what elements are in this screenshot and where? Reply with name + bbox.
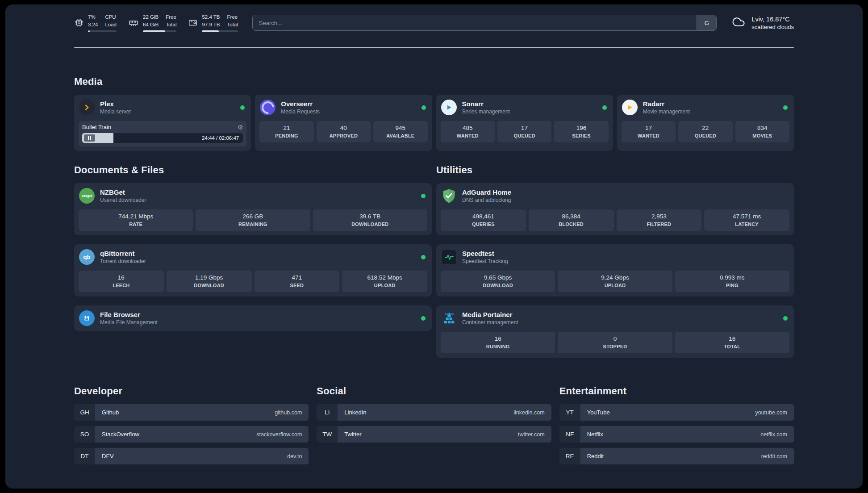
stat-value: 86,384 <box>530 213 612 220</box>
adguard-card[interactable]: AdGuard Home DNS and adblocking 498,461 … <box>436 183 794 235</box>
entertainment-bookmarks: Entertainment YT YouTube youtube.com NF … <box>559 385 794 464</box>
app-name: Plex <box>100 100 235 108</box>
stat-label: DOWNLOAD <box>168 283 250 288</box>
pause-button[interactable] <box>84 134 95 142</box>
stat-tile: 744.21 Mbps RATE <box>79 209 193 231</box>
stat-value: 471 <box>256 274 338 281</box>
stat-label: SEED <box>256 283 338 288</box>
radarr-card[interactable]: Radarr Movie management 17 WANTED 22 QUE… <box>617 95 794 151</box>
memory-progress-bar <box>143 30 176 32</box>
bookmark-linkedin[interactable]: LI LinkedIn linkedin.com <box>317 404 551 421</box>
stat-value: 9.24 Gbps <box>559 274 670 281</box>
filebrowser-icon <box>79 310 95 326</box>
plex-card[interactable]: Plex Media server Bullet Train ⚙ <box>74 95 251 151</box>
memory-total-label: Total <box>166 21 176 29</box>
bookmark-reddit[interactable]: RE Reddit reddit.com <box>559 448 794 464</box>
bookmark-url: linkedin.com <box>513 409 544 416</box>
bookmark-netflix[interactable]: NF Netflix netflix.com <box>559 426 794 443</box>
sonarr-card[interactable]: Sonarr Series management 485 WANTED 17 Q… <box>436 95 613 151</box>
overseerr-card[interactable]: Overseerr Media Requests 21 PENDING 40 A… <box>255 95 432 151</box>
bookmark-url: twitter.com <box>518 431 545 438</box>
bookmark-url: netflix.com <box>760 431 787 438</box>
github-icon: GH <box>74 404 95 421</box>
stat-label: DOWNLOAD <box>442 283 553 288</box>
qbittorrent-icon: qb <box>79 249 95 265</box>
bookmark-dev[interactable]: DT DEV dev.to <box>74 448 309 464</box>
bookmark-youtube[interactable]: YT YouTube youtube.com <box>559 404 794 421</box>
online-status-dot <box>421 194 426 198</box>
stat-value: 47.571 ms <box>706 213 788 220</box>
stat-tile: 86,384 BLOCKED <box>529 209 614 231</box>
bookmark-twitter[interactable]: TW Twitter twitter.com <box>317 426 551 443</box>
cpu-icon <box>74 18 84 28</box>
stat-value: 21 <box>261 125 312 132</box>
stat-value: 2,953 <box>618 213 700 220</box>
stat-tile: 16 RUNNING <box>441 332 555 353</box>
bookmark-name: StackOverflow <box>102 431 139 438</box>
app-name: Media Portainer <box>462 311 778 318</box>
stat-label: REMAINING <box>197 221 308 227</box>
bookmark-name: Netflix <box>587 431 603 438</box>
memory-total-value: 64 GiB <box>143 21 159 29</box>
plex-icon <box>79 99 95 116</box>
weather-widget: Lviv, 16.87°C scattered clouds <box>731 15 794 30</box>
sonarr-icon <box>441 99 457 116</box>
bookmark-stackoverflow[interactable]: SO StackOverflow stackoverflow.com <box>74 426 309 443</box>
stat-label: RUNNING <box>442 344 553 350</box>
stat-value: 1.19 Gbps <box>168 274 250 281</box>
stat-tile: 834 MOVIES <box>735 121 789 142</box>
seek-bar[interactable]: 24:44 / 02:06:47 <box>82 133 243 143</box>
stat-tile: 485 WANTED <box>441 121 495 142</box>
stat-tile: 618.52 Mbps UPLOAD <box>342 271 427 292</box>
app-name: File Browser <box>100 311 416 318</box>
memory-free-value: 22 GiB <box>143 13 159 21</box>
search-engine-button[interactable]: G <box>697 15 716 30</box>
qbittorrent-card[interactable]: qb qBittorrent Torrent downloader <box>74 244 432 297</box>
bookmark-url: stackoverflow.com <box>256 431 302 438</box>
online-status-dot <box>602 105 607 110</box>
cpu-load-avg: 3.24 <box>88 21 98 29</box>
online-status-dot <box>240 105 245 110</box>
social-section-title: Social <box>317 385 551 397</box>
filebrowser-card[interactable]: File Browser Media File Management <box>74 305 432 331</box>
app-name: Radarr <box>643 100 778 108</box>
online-status-dot <box>421 105 426 110</box>
stat-tile: 16 LEECH <box>79 271 164 292</box>
portainer-card[interactable]: Media Portainer Container management 16 … <box>436 305 794 358</box>
developer-section-title: Developer <box>74 385 309 397</box>
weather-condition: scattered clouds <box>751 24 794 30</box>
nzbget-card[interactable]: nzbget NZBGet Usenet downloader 74 <box>74 183 432 235</box>
stat-value: 17 <box>499 125 550 132</box>
overseerr-icon <box>259 99 276 116</box>
app-subtitle: Media server <box>100 109 235 115</box>
cpu-label: CPU <box>105 13 117 21</box>
adguard-shield-icon <box>441 188 457 204</box>
reddit-icon: RE <box>559 448 580 464</box>
portainer-icon <box>441 310 457 326</box>
speedtest-card[interactable]: Speedtest Speedtest Tracking 9.65 Gbps D… <box>436 244 794 297</box>
stat-label: PENDING <box>261 133 312 139</box>
stat-value: 618.52 Mbps <box>344 274 426 281</box>
online-status-dot <box>421 255 426 259</box>
app-subtitle: Usenet downloader <box>100 197 416 203</box>
stat-value: 0.993 ms <box>677 274 788 281</box>
topbar-divider <box>74 47 794 48</box>
bookmark-name: Reddit <box>587 453 604 460</box>
search-input[interactable] <box>253 15 697 30</box>
stat-tile: 945 AVAILABLE <box>373 121 427 142</box>
app-subtitle: Torrent downloader <box>100 258 416 264</box>
now-playing-title: Bullet Train <box>82 124 111 130</box>
stat-value: 39.6 TB <box>315 213 426 220</box>
stat-value: 834 <box>737 125 788 132</box>
bookmark-github[interactable]: GH Github github.com <box>74 404 309 421</box>
settings-gear-icon[interactable]: ⚙ <box>238 124 243 130</box>
stat-label: DOWNLOADED <box>315 221 426 227</box>
bookmark-name: DEV <box>102 453 114 460</box>
app-name: qBittorrent <box>100 250 416 257</box>
app-name: NZBGet <box>100 188 416 196</box>
stat-label: QUERIES <box>442 221 524 227</box>
bookmark-url: youtube.com <box>755 409 787 416</box>
utilities-section-title: Utilities <box>436 164 794 176</box>
app-name: Sonarr <box>462 100 597 108</box>
stat-tile: 21 PENDING <box>259 121 313 142</box>
